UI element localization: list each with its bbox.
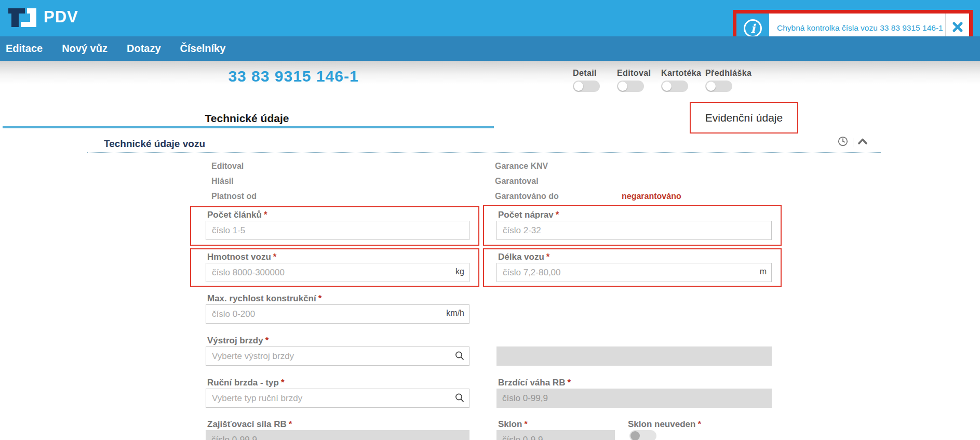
- label-text: Ruční brzda - typ: [207, 378, 279, 388]
- toggle-group-detail: Detail: [573, 69, 600, 92]
- tab-evidencni-udaje[interactable]: Evidenční údaje: [705, 112, 783, 124]
- close-icon: [952, 21, 963, 35]
- toggle-knob: [574, 82, 583, 91]
- pocet-clanku-input[interactable]: [206, 221, 469, 240]
- label-text: Počet náprav: [498, 210, 554, 220]
- delka-vozu-input[interactable]: [496, 263, 772, 282]
- pocet-clanku-field: [206, 221, 469, 240]
- toggle-knob: [630, 431, 640, 440]
- annotation-box-evidencni-udaje: Evidenční údaje: [690, 102, 798, 134]
- delka-vozu-label: Délka vozu*: [498, 252, 549, 262]
- required-marker: *: [567, 378, 571, 388]
- vystroj-brzdy-field: [206, 346, 469, 366]
- menu-item-ciselniky[interactable]: Číselníky: [180, 43, 226, 55]
- brzdici-vaha-rb-field: [496, 389, 772, 408]
- menu-shadow-gradient: [0, 61, 980, 84]
- vystroj-brzdy-label: Výstroj brzdy*: [207, 336, 269, 346]
- max-rychlost-input[interactable]: [206, 304, 469, 324]
- sklon-field: [496, 430, 615, 440]
- pdv-app-screen: PDV i Chybná kontrolka čísla vozu 33 83 …: [0, 0, 980, 440]
- section-title: Technické údaje vozu: [104, 138, 205, 150]
- zajistovaci-sila-rb-input: [206, 430, 469, 440]
- required-marker: *: [273, 252, 277, 262]
- required-marker: *: [318, 294, 322, 303]
- sklon-neuveden-toggle-wrap: [629, 430, 656, 440]
- max-rychlost-label: Max. rychlost konstrukční*: [207, 294, 321, 304]
- detail-toggle[interactable]: [573, 81, 600, 92]
- sklon-neuveden-label: Sklon neuveden*: [628, 419, 701, 430]
- rucni-brzda-typ-input[interactable]: [206, 389, 469, 408]
- menu-item-novy-vuz[interactable]: Nový vůz: [62, 43, 108, 55]
- toggle-label-detail: Detail: [573, 69, 600, 78]
- zajistovaci-sila-rb-label: Zajišťovací síla RB*: [207, 419, 292, 430]
- label-text: Sklon neuveden: [628, 419, 695, 429]
- sklon-input: [496, 430, 615, 440]
- pocet-clanku-label: Počet článků*: [207, 210, 267, 220]
- kartoteka-toggle[interactable]: [661, 81, 688, 92]
- toggle-knob: [706, 82, 716, 91]
- wagon-number-title: 33 83 9315 146-1: [190, 68, 397, 85]
- toggle-label-kartoteka: Kartotéka: [661, 69, 701, 78]
- hmotnost-vozu-input[interactable]: [206, 263, 469, 282]
- required-marker: *: [556, 210, 559, 220]
- label-text: Zajišťovací síla RB: [207, 419, 287, 429]
- toggle-group-kartoteka: Kartotéka: [661, 69, 701, 92]
- label-text: Hmotnost vozu: [207, 252, 271, 262]
- section-dotted-divider: [87, 152, 881, 153]
- toggle-group-editoval: Editoval: [617, 69, 651, 92]
- required-marker: *: [281, 378, 285, 388]
- rucni-brzda-typ-field: [206, 389, 469, 408]
- required-marker: *: [289, 419, 292, 429]
- unit-kg: kg: [455, 267, 464, 276]
- toggle-group-predhlaska: Předhláška: [705, 69, 751, 92]
- brzdici-vaha-rb-label: Brzdící váha RB*: [498, 378, 571, 388]
- label-text: Délka vozu: [498, 252, 544, 262]
- meta-label-hlasil: Hlásil: [211, 177, 234, 186]
- label-text: Max. rychlost konstrukční: [207, 294, 316, 303]
- label-text: Sklon: [498, 419, 522, 429]
- main-menu-bar: Editace Nový vůz Dotazy Číselníky: [0, 36, 980, 61]
- required-marker: *: [265, 336, 269, 345]
- icon-divider: [853, 138, 853, 147]
- pdv-logo-icon: [7, 6, 37, 30]
- meta-label-garance-knv: Garance KNV: [495, 162, 548, 171]
- label-text: Počet článků: [207, 210, 262, 220]
- menu-item-dotazy[interactable]: Dotazy: [127, 43, 161, 55]
- sklon-neuveden-toggle[interactable]: [629, 430, 656, 440]
- required-marker: *: [264, 210, 267, 220]
- meta-label-platnost-od: Platnost od: [211, 192, 257, 201]
- toggle-label-predhlaska: Předhláška: [705, 69, 751, 78]
- collapse-chevron-up-icon[interactable]: [857, 138, 868, 147]
- pocet-naprav-field: [496, 221, 772, 240]
- editoval-toggle[interactable]: [617, 81, 644, 92]
- max-rychlost-field: km/h: [206, 304, 469, 324]
- vystroj-brzdy-input[interactable]: [206, 346, 469, 366]
- predhlaska-toggle[interactable]: [705, 81, 732, 92]
- required-marker: *: [524, 419, 528, 429]
- unit-kmh: km/h: [446, 309, 464, 318]
- info-icon: i: [744, 19, 762, 37]
- history-clock-icon[interactable]: [837, 136, 849, 149]
- search-icon[interactable]: [454, 393, 465, 403]
- required-marker: *: [546, 252, 550, 262]
- meta-label-garantoval: Garantoval: [495, 177, 539, 186]
- meta-label-editoval: Editoval: [211, 162, 244, 171]
- toggle-label-editoval: Editoval: [617, 69, 651, 78]
- sklon-label: Sklon*: [498, 419, 528, 430]
- section-header-actions: [837, 136, 868, 149]
- brzdici-vaha-rb-input: [496, 389, 772, 408]
- label-text: Výstroj brzdy: [207, 336, 263, 345]
- pocet-naprav-label: Počet náprav*: [498, 210, 559, 220]
- garantovano-do-value: negarantováno: [622, 192, 681, 201]
- label-text: Brzdící váha RB: [498, 378, 565, 388]
- search-icon[interactable]: [454, 351, 465, 361]
- zajistovaci-sila-rb-field: [206, 430, 469, 440]
- pocet-naprav-input[interactable]: [496, 221, 772, 240]
- tab-technicke-udaje[interactable]: Technické údaje: [0, 112, 494, 125]
- brand-title: PDV: [44, 8, 78, 26]
- hmotnost-vozu-field: kg: [206, 263, 469, 282]
- rucni-brzda-typ-label: Ruční brzda - typ*: [207, 378, 285, 388]
- active-tab-underline: [3, 126, 494, 128]
- menu-item-editace[interactable]: Editace: [6, 43, 43, 55]
- toggle-knob: [618, 82, 627, 91]
